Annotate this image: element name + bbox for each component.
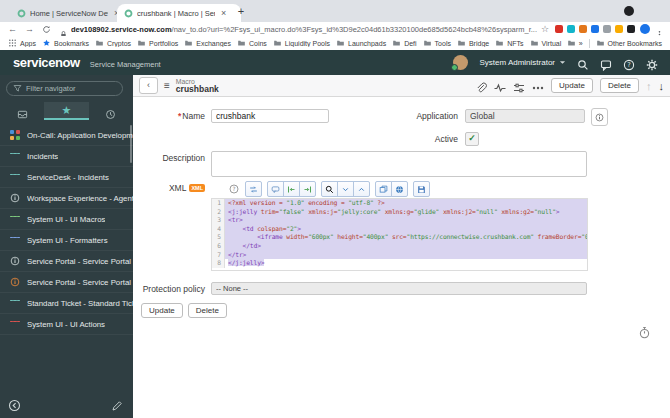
protection-policy-label: Protection policy bbox=[133, 284, 205, 294]
extension-icon-4[interactable] bbox=[591, 25, 599, 33]
application-navigator: Filter navigator ★ On-Call: Application … bbox=[0, 75, 133, 418]
address-field[interactable]: dev108902.service-now.com/nav_to.do?uri=… bbox=[71, 25, 539, 34]
bookmarks-overflow-chevron[interactable]: » bbox=[579, 40, 583, 47]
code-line-2[interactable]: 2<j:jelly trim="false" xmlns:j="jelly:co… bbox=[212, 208, 587, 217]
bookmark-launchpads[interactable]: Launchpads bbox=[336, 39, 386, 47]
extension-icon-5[interactable] bbox=[603, 25, 611, 33]
code-line-5[interactable]: 5 <iframe width="600px" height="400px" s… bbox=[212, 233, 587, 242]
tab-close-icon[interactable]: × bbox=[221, 8, 226, 18]
extension-icon-7[interactable] bbox=[627, 25, 635, 33]
extension-icon-2[interactable] bbox=[567, 25, 575, 33]
sidebar-item-incidents[interactable]: Incidents bbox=[0, 146, 133, 167]
code-line-4[interactable]: 4 <td colspan="2"> bbox=[212, 225, 587, 234]
code-line-3[interactable]: 3<tr> bbox=[212, 216, 587, 225]
edit-favorites-icon[interactable] bbox=[111, 398, 123, 410]
personalize-form-icon[interactable] bbox=[513, 80, 525, 92]
sidebar-item-workspace-experience-agent[interactable]: Workspace Experience - Agent ... bbox=[0, 188, 133, 209]
save-icon[interactable] bbox=[413, 181, 430, 197]
sidebar-scrollbar[interactable] bbox=[130, 125, 132, 163]
description-field[interactable] bbox=[211, 151, 587, 177]
sidebar-item-on-call-application-developme[interactable]: On-Call: Application Developme... bbox=[0, 125, 133, 146]
bookmark-exchanges[interactable]: Exchanges bbox=[184, 39, 231, 47]
back-button[interactable]: ‹ bbox=[139, 77, 158, 94]
browser-menu-icon[interactable] bbox=[655, 25, 664, 34]
application-info-button[interactable] bbox=[591, 108, 608, 126]
code-line-8[interactable]: 8</j:jelly> bbox=[212, 259, 587, 268]
find-previous-icon[interactable] bbox=[353, 181, 370, 197]
presence-dot bbox=[451, 64, 458, 71]
user-menu[interactable]: System Administrator bbox=[479, 58, 566, 67]
bookmark-nfts[interactable]: NFTs bbox=[495, 39, 523, 47]
context-menu-icon[interactable]: ≡ bbox=[164, 80, 170, 91]
tab-all-applications[interactable] bbox=[0, 102, 44, 120]
sidebar-item-servicedesk-incidents[interactable]: ServiceDesk - Incidents bbox=[0, 167, 133, 188]
open-window-icon[interactable] bbox=[375, 181, 392, 197]
forward-icon[interactable]: → bbox=[25, 24, 34, 34]
bookmark-star-icon[interactable]: ☆ bbox=[541, 24, 549, 34]
bookmark-bridge[interactable]: Bridge bbox=[457, 39, 489, 47]
bookmark-liquidity-pools[interactable]: Liquidity Pools bbox=[273, 39, 330, 47]
browser-tab-home[interactable]: Home | ServiceNow Develope × bbox=[10, 4, 128, 22]
browser-tab-crushbank[interactable]: crushbank | Macro | ServiceNo × bbox=[117, 4, 241, 22]
browser-avatar[interactable] bbox=[640, 24, 650, 34]
response-time-icon[interactable] bbox=[638, 325, 651, 338]
bookmark-bookmarks[interactable]: Bookmarks bbox=[42, 39, 89, 47]
user-avatar[interactable] bbox=[453, 55, 468, 70]
indent-right-icon[interactable] bbox=[299, 181, 316, 197]
code-line-7[interactable]: 7</tr> bbox=[212, 251, 587, 260]
sidebar-item-system-ui-formatters[interactable]: System UI - Formatters bbox=[0, 230, 133, 251]
protection-policy-field[interactable] bbox=[211, 282, 587, 295]
sidebar-item-system-ui-ui-actions[interactable]: System UI - UI Actions bbox=[0, 314, 133, 335]
browser-profile-icon[interactable] bbox=[624, 6, 634, 16]
gear-icon[interactable] bbox=[646, 57, 658, 69]
previous-record-icon[interactable]: ↑ bbox=[646, 80, 652, 92]
more-options-icon[interactable] bbox=[532, 80, 544, 92]
next-record-icon[interactable]: ↓ bbox=[659, 80, 665, 92]
reload-icon[interactable] bbox=[42, 25, 51, 34]
bookmark-apps[interactable]: Apps bbox=[8, 39, 36, 47]
preview-icon[interactable] bbox=[391, 181, 408, 197]
update-button-bottom[interactable]: Update bbox=[141, 303, 183, 318]
new-tab-button[interactable]: + bbox=[233, 3, 249, 19]
collapse-sidebar-icon[interactable] bbox=[8, 398, 21, 411]
code-line-6[interactable]: 6 </td> bbox=[212, 242, 587, 251]
format-code-icon[interactable] bbox=[245, 181, 262, 197]
code-line-1[interactable]: 1<?xml version = "1.0" encoding = "utf-8… bbox=[212, 199, 587, 208]
bookmark-networks[interactable]: Networks bbox=[567, 39, 578, 47]
bookmark-cryptos[interactable]: Cryptos bbox=[95, 39, 131, 47]
sidebar-item-service-portal-service-portal-c[interactable]: Service Portal - Service Portal C... bbox=[0, 272, 133, 293]
toggle-comment-icon[interactable] bbox=[267, 181, 284, 197]
help-icon[interactable]: ? bbox=[228, 183, 240, 195]
bookmark-tools[interactable]: Tools bbox=[423, 39, 451, 47]
sidebar-item-standard-ticket-standard-tick[interactable]: Standard Ticket - Standard Tick... bbox=[0, 293, 133, 314]
active-checkbox[interactable]: ✓ bbox=[465, 132, 479, 146]
bookmark-defi[interactable]: Defi bbox=[392, 39, 416, 47]
find-icon[interactable] bbox=[321, 181, 338, 197]
activity-stream-icon[interactable] bbox=[494, 80, 506, 92]
chat-icon[interactable] bbox=[600, 57, 612, 69]
application-field[interactable] bbox=[465, 109, 585, 123]
back-icon[interactable]: ← bbox=[8, 24, 17, 34]
bookmark-coins[interactable]: Coins bbox=[237, 39, 267, 47]
other-bookmarks-button[interactable]: Other Bookmarks bbox=[596, 39, 662, 47]
attachment-paperclip-icon[interactable] bbox=[475, 80, 487, 92]
delete-button-bottom[interactable]: Delete bbox=[188, 303, 227, 318]
bookmark-portfolios[interactable]: Portfolios bbox=[137, 39, 178, 47]
update-button[interactable]: Update bbox=[551, 78, 593, 93]
extension-icon-1[interactable] bbox=[555, 25, 563, 33]
xml-code-editor[interactable]: 1<?xml version = "1.0" encoding = "utf-8… bbox=[211, 198, 588, 271]
sidebar-item-system-ui-ui-macros[interactable]: System UI - UI Macros bbox=[0, 209, 133, 230]
sidebar-item-service-portal-service-portal-h[interactable]: Service Portal - Service Portal H... bbox=[0, 251, 133, 272]
extension-icon-6[interactable] bbox=[615, 25, 623, 33]
find-next-icon[interactable] bbox=[337, 181, 354, 197]
search-icon[interactable] bbox=[577, 57, 589, 69]
name-field[interactable] bbox=[211, 109, 329, 123]
filter-navigator-input[interactable]: Filter navigator bbox=[6, 81, 123, 96]
help-icon[interactable]: ? bbox=[623, 57, 635, 69]
tab-history[interactable] bbox=[89, 102, 133, 120]
tab-favorites[interactable]: ★ bbox=[44, 102, 88, 120]
bookmark-virtual[interactable]: Virtual bbox=[530, 39, 562, 47]
indent-left-icon[interactable] bbox=[283, 181, 300, 197]
extension-icon-3[interactable] bbox=[579, 25, 587, 33]
delete-button[interactable]: Delete bbox=[600, 78, 639, 93]
